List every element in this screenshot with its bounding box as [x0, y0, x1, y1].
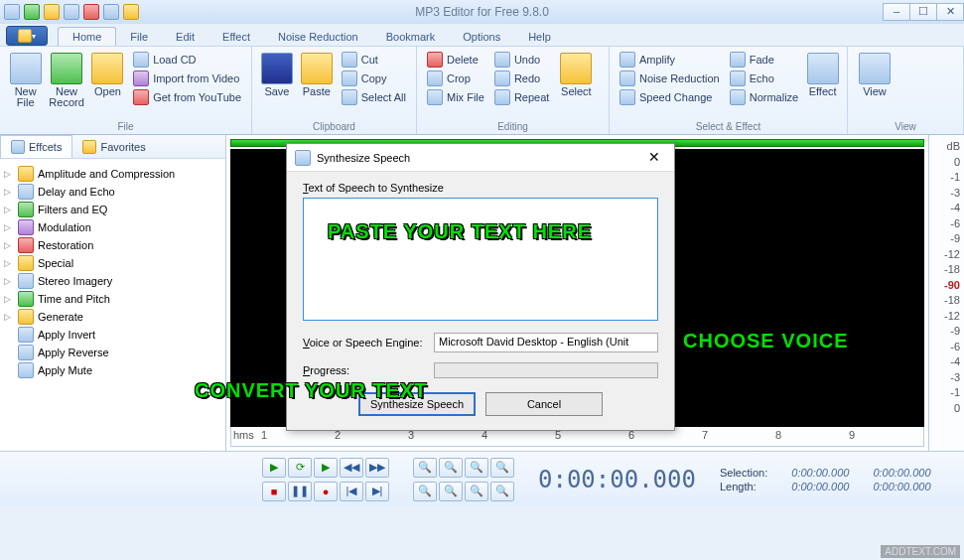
dialog-close-button[interactable]: ✕: [642, 149, 666, 167]
zoom-v-in-button[interactable]: 🔍: [413, 482, 437, 501]
crop-button[interactable]: Crop: [423, 70, 488, 87]
undo-button[interactable]: Undo: [490, 51, 553, 69]
redo-button[interactable]: Redo: [490, 70, 553, 87]
zoom-right-button[interactable]: 🔍: [490, 482, 514, 501]
qat-icon[interactable]: [123, 4, 139, 20]
maximize-button[interactable]: ☐: [909, 3, 937, 21]
stop-button[interactable]: ■: [262, 482, 286, 501]
ribbon: New File New Record Open Load CD Import …: [0, 46, 964, 135]
get-youtube-button[interactable]: Get from YouTube: [129, 88, 245, 106]
close-button[interactable]: ✕: [936, 3, 964, 21]
echo-button[interactable]: Echo: [726, 70, 803, 87]
app-menu-button[interactable]: ▾: [6, 26, 48, 46]
new-file-button[interactable]: New File: [6, 49, 45, 108]
length-label: Length:: [720, 481, 767, 492]
zoom-in-button[interactable]: 🔍: [413, 458, 437, 478]
skip-start-button[interactable]: |◀: [340, 482, 363, 501]
cancel-button[interactable]: Cancel: [485, 392, 603, 416]
zoom-v-out-button[interactable]: 🔍: [439, 482, 463, 501]
length-a: 0:00:00.000: [791, 481, 849, 492]
effect-icon: [18, 273, 34, 289]
load-cd-button[interactable]: Load CD: [129, 51, 245, 69]
qat-icon[interactable]: [4, 4, 20, 20]
watermark: ADDTEXT.COM: [881, 545, 960, 558]
synthesize-button[interactable]: Synthesize Speech: [358, 392, 476, 416]
tree-item[interactable]: ▷Generate: [4, 308, 221, 326]
qat-icon[interactable]: [83, 4, 99, 20]
select-all-icon: [342, 89, 357, 105]
zoom-sel-button[interactable]: 🔍: [490, 458, 514, 478]
synthesize-speech-dialog: Synthesize Speech ✕ Text of Speech to Sy…: [286, 143, 675, 431]
fade-icon: [730, 52, 746, 68]
tree-item[interactable]: ▷Restoration: [4, 236, 221, 254]
tree-item[interactable]: ▷Filters and EQ: [4, 201, 221, 218]
tree-item[interactable]: ▷Time and Pitch: [4, 290, 221, 308]
zoom-fit-button[interactable]: 🔍: [465, 458, 488, 478]
speed-change-button[interactable]: Speed Change: [616, 88, 724, 106]
record-button[interactable]: ●: [314, 482, 338, 501]
qat-icon[interactable]: [103, 4, 119, 20]
speech-text-input[interactable]: [303, 198, 658, 321]
panel-tab-favorites[interactable]: Favorites: [72, 135, 155, 158]
amplify-button[interactable]: Amplify: [616, 51, 724, 69]
effect-icon: [18, 166, 34, 182]
db-tick: dB: [929, 139, 964, 155]
pause-button[interactable]: ❚❚: [288, 482, 312, 501]
voice-engine-select[interactable]: Microsoft David Desktop - English (Unit: [434, 333, 658, 352]
tab-help[interactable]: Help: [514, 28, 565, 46]
view-button[interactable]: View: [854, 49, 895, 97]
fade-button[interactable]: Fade: [726, 51, 803, 69]
copy-button[interactable]: Copy: [338, 70, 410, 87]
tree-item[interactable]: Apply Invert: [4, 326, 221, 344]
tab-noise-reduction[interactable]: Noise Reduction: [264, 28, 372, 46]
tab-home[interactable]: Home: [58, 27, 116, 46]
skip-end-button[interactable]: ▶|: [365, 482, 389, 501]
mix-file-button[interactable]: Mix File: [423, 88, 488, 106]
quick-access-toolbar: [0, 4, 139, 20]
loop-button[interactable]: ⟳: [288, 458, 312, 478]
play-button[interactable]: ▶: [262, 458, 286, 478]
panel-tab-effects[interactable]: Effcets: [0, 135, 72, 158]
tree-item[interactable]: ▷Modulation: [4, 218, 221, 236]
tab-file[interactable]: File: [116, 28, 162, 46]
effect-button[interactable]: Effect: [804, 49, 841, 106]
db-tick: -18: [929, 293, 964, 309]
select-button[interactable]: Select: [555, 49, 597, 106]
save-button[interactable]: Save: [258, 49, 296, 106]
import-video-button[interactable]: Import from Video: [129, 70, 245, 87]
paste-button[interactable]: Paste: [298, 49, 336, 106]
repeat-button[interactable]: Repeat: [490, 88, 553, 106]
zoom-out-button[interactable]: 🔍: [439, 458, 463, 478]
minimize-button[interactable]: –: [883, 3, 910, 21]
qat-icon[interactable]: [24, 4, 40, 20]
rewind-button[interactable]: ◀◀: [340, 458, 363, 478]
select-icon: [560, 53, 592, 84]
open-button[interactable]: Open: [88, 49, 127, 108]
group-label: View: [848, 121, 963, 132]
qat-icon[interactable]: [44, 4, 60, 20]
cut-button[interactable]: Cut: [338, 51, 410, 69]
db-tick: 0: [929, 155, 964, 171]
tree-item[interactable]: ▷Special: [4, 254, 221, 272]
tree-item[interactable]: ▷Stereo Imagery: [4, 272, 221, 290]
normalize-button[interactable]: Normalize: [726, 88, 803, 106]
tree-item[interactable]: Apply Reverse: [4, 344, 221, 361]
tree-item[interactable]: ▷Delay and Echo: [4, 183, 221, 201]
play-select-button[interactable]: ▶: [314, 458, 338, 478]
effects-tree[interactable]: ▷Amplitude and Compression▷Delay and Ech…: [0, 159, 225, 451]
db-tick: -6: [929, 340, 964, 355]
tab-bookmark[interactable]: Bookmark: [372, 28, 450, 46]
tree-item[interactable]: Apply Mute: [4, 361, 221, 379]
tab-options[interactable]: Options: [449, 28, 514, 46]
tab-effect[interactable]: Effect: [208, 28, 264, 46]
select-all-button[interactable]: Select All: [338, 88, 410, 106]
tab-edit[interactable]: Edit: [162, 28, 208, 46]
qat-icon[interactable]: [64, 4, 79, 20]
zoom-left-button[interactable]: 🔍: [465, 482, 488, 501]
noise-reduction-button[interactable]: Noise Reduction: [616, 70, 724, 87]
tree-item[interactable]: ▷Amplitude and Compression: [4, 165, 221, 183]
delete-button[interactable]: Delete: [423, 51, 488, 69]
cd-icon: [133, 52, 149, 68]
new-record-button[interactable]: New Record: [47, 49, 85, 108]
forward-button[interactable]: ▶▶: [365, 458, 389, 478]
